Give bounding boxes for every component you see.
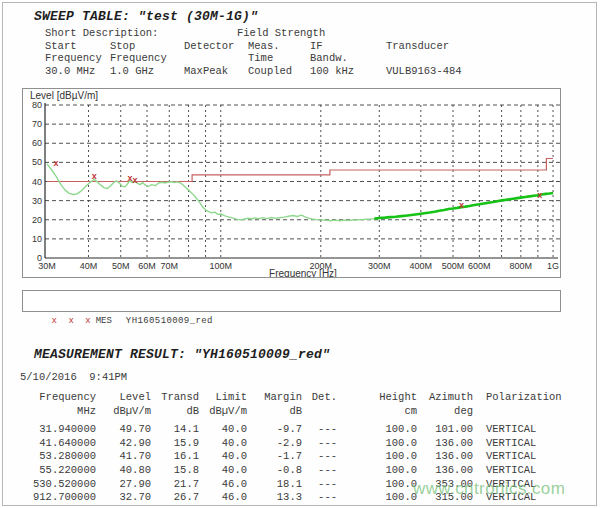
measurement-cell: 41.640000 (10, 437, 96, 451)
measurement-cell: 46.0 (199, 491, 247, 505)
measurement-cell: --- (302, 437, 337, 451)
x-tick-label: 500M (442, 261, 465, 271)
measurement-cell: 18.1 (247, 478, 302, 492)
measurement-header-cell: dB (151, 405, 199, 419)
measurement-cell: -1.7 (247, 450, 302, 464)
measurement-header-cell: MHz (10, 405, 96, 419)
sweep-cell (386, 52, 462, 64)
x-tick-label: 60M (138, 261, 156, 271)
x-axis-title: Frequency [Hz] (269, 268, 337, 278)
sweep-cell: Frequency (110, 52, 167, 64)
measurement-cell: 27.90 (96, 478, 151, 492)
measurement-header-cell: Azimuth (417, 391, 473, 405)
measurement-cell: VERTICAL (473, 464, 576, 478)
x-tick-label: 300M (368, 261, 391, 271)
y-tick-label: 80 (32, 100, 42, 110)
measurement-cell: 31.940000 (10, 423, 96, 437)
measurement-cell: 100.0 (337, 423, 417, 437)
measurement-cell: 26.7 (151, 491, 199, 505)
measurement-cell: 100.0 (337, 464, 417, 478)
x-tick-label: 30M (38, 261, 56, 271)
measurement-cell: 136.00 (417, 450, 473, 464)
measurement-header-cell: Frequency (10, 391, 96, 405)
legend-mes-label: MES (96, 316, 112, 326)
measurement-cell: 912.700000 (10, 491, 96, 505)
sweep-cell: 30.0 MHz (45, 65, 102, 77)
measurement-header-cell: Det. (302, 391, 337, 405)
sweep-column: TransducerVULB9163-484 (386, 40, 462, 77)
sweep-cell: IF (310, 40, 354, 52)
sweep-cell: Coupled (248, 65, 292, 77)
sweep-cell: Stop (110, 40, 167, 52)
y-axis-title: Level [dBµV/m] (30, 90, 98, 101)
y-tick-label: 70 (32, 119, 42, 129)
sweep-table-title: SWEEP TABLE: "test (30M-1G)" (34, 9, 258, 24)
measurement-cell: -2.9 (247, 437, 302, 451)
measurement-cell: --- (302, 423, 337, 437)
y-tick-label: 10 (32, 234, 42, 244)
measurement-cell: -0.8 (247, 464, 302, 478)
measurement-cell: 14.1 (151, 423, 199, 437)
level-chart-svg: 0102030405060708030M40M50M60M70M100M200M… (23, 89, 560, 277)
measurement-cell: 136.00 (417, 437, 473, 451)
measurement-cell: 100.0 (337, 478, 417, 492)
measurement-header-cell: dBµV/m (96, 405, 151, 419)
sweep-cell: 1.0 GHz (110, 65, 167, 77)
short-description-label: Short Description: (45, 27, 158, 39)
measurement-cell: 40.0 (199, 437, 247, 451)
measurement-cell: 13.3 (247, 491, 302, 505)
measurement-cell: --- (302, 478, 337, 492)
measurement-cell: 530.520000 (10, 478, 96, 492)
measurement-header-cell: Margin (247, 391, 302, 405)
measurement-header-cell: Height (337, 391, 417, 405)
measurement-header-cell (473, 405, 576, 419)
sweep-column: DetectorMaxPeak (184, 40, 234, 77)
x-tick-label: 800M (510, 261, 533, 271)
measurement-cell: 21.7 (151, 478, 199, 492)
measurement-cell: 32.70 (96, 491, 151, 505)
measurement-cell: VERTICAL (473, 423, 576, 437)
measurement-cell: 15.9 (151, 437, 199, 451)
measurement-cell: --- (302, 491, 337, 505)
measurement-cell: VERTICAL (473, 437, 576, 451)
legend-marker-icon: x x x (52, 316, 94, 326)
sweep-cell (184, 52, 234, 64)
short-description-value: Field Strength (237, 27, 325, 39)
measurement-header-cell: Transd (151, 391, 199, 405)
y-tick-label: 20 (32, 215, 42, 225)
measurement-cell: --- (302, 464, 337, 478)
measurement-header-cell: Level (96, 391, 151, 405)
y-tick-label: 40 (32, 177, 42, 187)
sweep-cell: Transducer (386, 40, 462, 52)
sweep-cell: Time (248, 52, 292, 64)
measurement-cell: 40.80 (96, 464, 151, 478)
legend-trace-name: YH160510009_red (126, 316, 213, 326)
measurement-marker-x: x (459, 200, 464, 210)
measurement-header-cell: Limit (199, 391, 247, 405)
measurement-cell: VERTICAL (473, 450, 576, 464)
sweep-cell: Start (45, 40, 102, 52)
measurement-cell: 46.0 (199, 478, 247, 492)
report-page: SWEEP TABLE: "test (30M-1G)" Short Descr… (0, 0, 600, 508)
x-tick-label: 70M (161, 261, 179, 271)
y-tick-label: 60 (32, 138, 42, 148)
x-tick-label: 400M (410, 261, 433, 271)
measurement-cell: 41.70 (96, 450, 151, 464)
measurement-header-cell: dBµV/m (199, 405, 247, 419)
y-tick-label: 30 (32, 196, 42, 206)
sweep-column: IFBandw.100 kHz (310, 40, 354, 77)
x-tick-label: 600M (468, 261, 491, 271)
sweep-cell: Meas. (248, 40, 292, 52)
measurement-cell: 42.90 (96, 437, 151, 451)
measurement-header-cell: Polarization (473, 391, 576, 405)
measurement-cell: 100.0 (337, 491, 417, 505)
x-tick-label: 50M (112, 261, 130, 271)
sweep-column: StartFrequency30.0 MHz (45, 40, 102, 77)
x-tick-label: 1G (547, 261, 559, 271)
level-chart-box: 0102030405060708030M40M50M60M70M100M200M… (22, 88, 561, 278)
sweep-cell: Detector (184, 40, 234, 52)
measurement-datetime: 5/10/2016 9:41PM (20, 371, 127, 383)
measurement-cell: 40.0 (199, 464, 247, 478)
sweep-cell: 100 kHz (310, 65, 354, 77)
measurement-cell: 49.70 (96, 423, 151, 437)
